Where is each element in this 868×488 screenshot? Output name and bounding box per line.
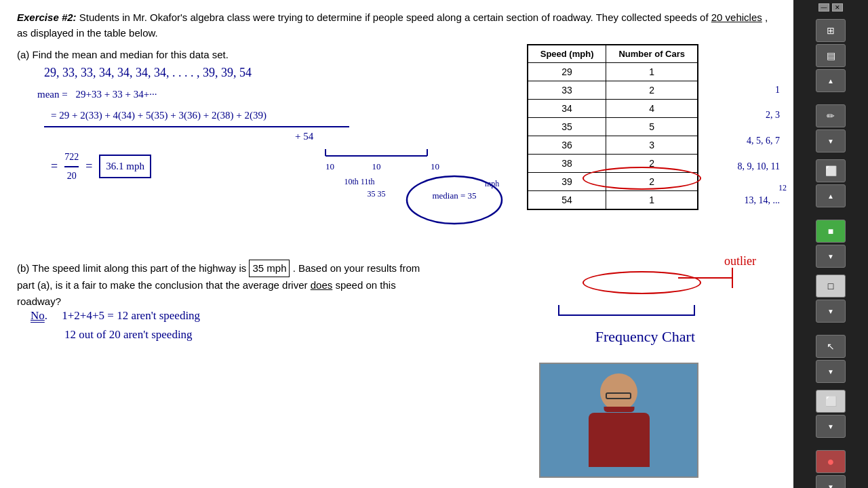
speed-cell: 39 — [528, 173, 606, 191]
speed-cell: 29 — [528, 63, 606, 81]
cars-cell: 1 — [606, 63, 698, 81]
svg-text:10: 10 — [431, 161, 439, 171]
cars-cell: 5 — [606, 118, 698, 136]
person-head — [600, 373, 637, 411]
median-area: 10 10th 11th 35 35 median = 35 mph 10 10 — [326, 149, 529, 233]
toolbar: — ✕ ⊞ ▤ ▲ ✏ ▼ ⬜ ▲ ■ ▼ □ ▼ ↖ ▼ ⬜ ▼ ● ▼ 📷 — [793, 0, 868, 488]
speed-cell: 36 — [528, 136, 606, 155]
close-button[interactable]: ✕ — [832, 3, 843, 12]
side-note-3: 4, 5, 6, 7 — [747, 136, 780, 146]
green-square-icon[interactable]: ■ — [816, 220, 846, 243]
white-rect-icon[interactable]: □ — [816, 274, 846, 298]
person-figure — [589, 373, 650, 467]
speed-cell: 54 — [528, 191, 606, 210]
stack-icon[interactable]: ▤ — [816, 44, 846, 67]
part-b-area: (b) The speed limit along this part of t… — [17, 260, 437, 310]
red-circle-icon[interactable]: ● — [816, 450, 846, 473]
toolbar-section-7: ⬜ ▼ — [816, 390, 846, 438]
mean-result: 36.1 mph — [99, 155, 151, 178]
cars-cell: 2 — [606, 81, 698, 100]
table-row: 291 — [528, 63, 698, 81]
minimize-button[interactable]: — — [818, 3, 829, 12]
toolbar-section-8: ● ▼ — [816, 450, 846, 488]
svg-text:10th  11th: 10th 11th — [344, 177, 374, 186]
cars-cell: 4 — [606, 100, 698, 118]
table-row: 344 — [528, 100, 698, 118]
answer-detail: 12 out of 20 aren't speeding — [31, 328, 200, 342]
fraction: 722 20 — [64, 148, 79, 184]
toolbar-section-5: □ ▼ — [816, 274, 846, 323]
toolbar-section-1: ⊞ ▤ ▲ — [816, 19, 846, 92]
mean-calc-2: = 29 + 2(33) + 4(34) + 5(35) + 3(36) + 2… — [51, 110, 267, 121]
cars-cell: 3 — [606, 136, 698, 155]
speed-cell: 34 — [528, 100, 606, 118]
side-note-1: 1 — [775, 85, 780, 96]
toolbar-section-4: ■ ▼ — [816, 220, 846, 268]
vehicles-count: 20 vehicles — [711, 12, 762, 23]
svg-text:10: 10 — [372, 161, 381, 171]
answer-no: No. 1+2+4+5 = 12 aren't speeding — [31, 309, 200, 323]
chevron-down3-icon[interactable]: ▼ — [816, 300, 846, 323]
toolbar-section-3: ⬜ ▲ — [816, 159, 846, 207]
cursor-icon[interactable]: ↖ — [816, 335, 846, 358]
table-row: 332 — [528, 81, 698, 100]
table-row: 382 — [528, 155, 698, 173]
outlier-label: outlier — [724, 254, 756, 268]
freq-chart-label: Frequency Chart — [595, 328, 695, 346]
exercise-desc: Students in Mr. Okafor's algebra class w… — [79, 12, 709, 23]
chevron-down-icon[interactable]: ▼ — [816, 129, 846, 152]
data-table: Speed (mph) Number of Cars 2913323443553… — [527, 44, 698, 210]
svg-text:mph: mph — [485, 179, 499, 188]
exercise-title: Exercise #2: — [17, 12, 77, 23]
cars-cell: 1 — [606, 191, 698, 210]
side-note-4: 8, 9, 10, 11 — [738, 161, 780, 172]
cars-cell: 2 — [606, 173, 698, 191]
side-note-5: 12 — [778, 183, 787, 193]
chevron-down6-icon[interactable]: ▼ — [816, 475, 846, 488]
table-row: 392 — [528, 173, 698, 191]
side-note-2: 2, 3 — [766, 110, 780, 121]
layers-icon[interactable]: ⊞ — [816, 19, 846, 42]
table-row: 541 — [528, 191, 698, 210]
speed-limit-box: 35 mph — [249, 260, 290, 277]
content-area: Exercise #2: Students in Mr. Okafor's al… — [0, 0, 793, 488]
eraser-icon[interactable]: ⬜ — [816, 159, 846, 182]
svg-text:median = 35: median = 35 — [432, 190, 476, 201]
chevron-up2-icon[interactable]: ▲ — [816, 184, 846, 207]
does-speed: does — [311, 279, 333, 291]
mean-calc-3: + 54 — [295, 131, 313, 142]
speed-cell: 33 — [528, 81, 606, 100]
pen-icon[interactable]: ✏ — [816, 104, 846, 127]
speed-cell: 38 — [528, 155, 606, 173]
window-controls: — ✕ — [818, 3, 843, 12]
toolbar-section-6: ↖ ▼ — [816, 335, 846, 383]
chevron-up-icon[interactable]: ▲ — [816, 69, 846, 92]
video-thumbnail — [539, 363, 698, 478]
table-row: 355 — [528, 118, 698, 136]
person-body — [589, 413, 650, 467]
side-note-6: 13, 14, ... — [745, 195, 781, 206]
speed-cell: 35 — [528, 118, 606, 136]
cars-cell: 2 — [606, 155, 698, 173]
chevron-down5-icon[interactable]: ▼ — [816, 415, 846, 438]
answer-area: No. 1+2+4+5 = 12 aren't speeding 12 out … — [17, 305, 200, 342]
mean-calc-1: 29+33 + 33 + 34+··· — [75, 89, 157, 100]
col2-header: Number of Cars — [606, 45, 698, 63]
svg-text:10: 10 — [326, 161, 334, 171]
white-box-icon[interactable]: ⬜ — [816, 390, 846, 413]
exercise-text: Exercise #2: Students in Mr. Okafor's al… — [17, 10, 776, 41]
toolbar-section-2: ✏ ▼ — [816, 104, 846, 152]
svg-text:35   35: 35 35 — [368, 189, 386, 199]
main-content: Exercise #2: Students in Mr. Okafor's al… — [0, 0, 793, 488]
chevron-down2-icon[interactable]: ▼ — [816, 245, 846, 268]
col1-header: Speed (mph) — [528, 45, 606, 63]
table-row: 363 — [528, 136, 698, 155]
chevron-down4-icon[interactable]: ▼ — [816, 360, 846, 383]
mean-label: mean = — [37, 89, 68, 100]
